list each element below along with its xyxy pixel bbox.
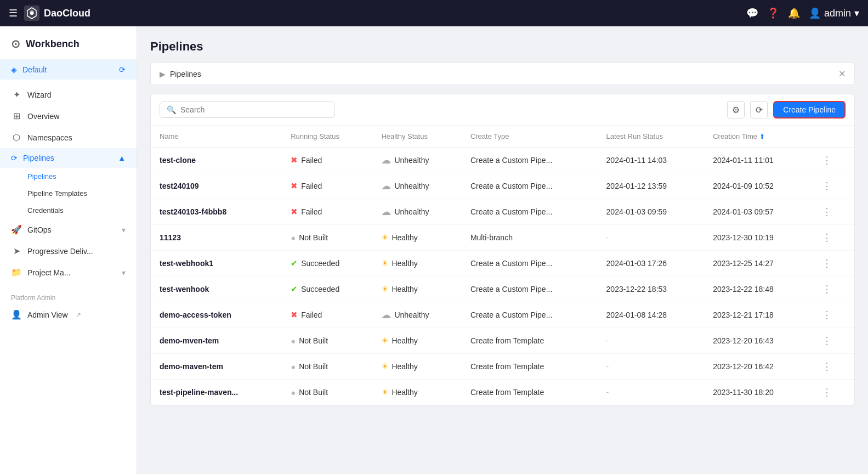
sidebar-item-project[interactable]: 📁 Project Ma... ▾ (0, 262, 137, 283)
unhealthy-icon: ☁ (381, 206, 391, 218)
toolbar-actions: ⚙ ⟳ Create Pipeline (727, 101, 846, 119)
pipelines-parent-left: ⟳ Pipelines (11, 154, 54, 162)
wizard-icon: ✦ (11, 89, 22, 100)
health-status-label: Healthy (392, 233, 417, 242)
creation-time-cell: 2023-12-20 16:43 (704, 328, 811, 354)
sidebar-item-default[interactable]: ◈ Default ⟳ (0, 60, 137, 80)
pipeline-name[interactable]: test-webhook1 (160, 259, 213, 268)
settings-icon-btn[interactable]: ⚙ (727, 101, 745, 119)
pipeline-name[interactable]: demo-maven-tem (160, 362, 223, 371)
overview-icon: ⊞ (11, 111, 22, 121)
pipeline-name[interactable]: test240109 (160, 182, 199, 190)
sidebar: ⊙ Workbench ◈ Default ⟳ ✦ Wizard ⊞ Overv… (0, 26, 137, 474)
col-name: Name (151, 126, 282, 148)
main-layout: ⊙ Workbench ◈ Default ⟳ ✦ Wizard ⊞ Overv… (0, 26, 868, 474)
running-status-badge: ✔ Succeeded (291, 258, 364, 268)
succeeded-icon: ✔ (291, 258, 298, 268)
health-status-badge: ☀ Healthy (381, 387, 453, 397)
header-left: ☰ DaoCloud (9, 5, 90, 21)
sidebar-item-gitops[interactable]: 🚀 GitOps ▾ (0, 219, 137, 240)
no-latest-run: - (606, 388, 609, 397)
health-status-label: Unhealthy (394, 156, 429, 165)
filter-bar-left: ▶ Pipelines (160, 70, 201, 78)
pipelines-table: Name Running Status Healthy Status Creat… (151, 126, 854, 405)
pipeline-name[interactable]: demo-mven-tem (160, 336, 219, 345)
gitops-label: GitOps (27, 225, 52, 234)
logo-area: DaoCloud (24, 5, 90, 21)
sidebar-sub-item-templates[interactable]: Pipeline Templates (0, 185, 137, 202)
running-status-badge: ● Not Built (291, 336, 364, 346)
pipelines-collapse-icon: ▲ (118, 154, 126, 162)
row-more-button[interactable]: ⋮ (820, 387, 834, 398)
project-label: Project Ma... (27, 268, 71, 277)
page-title: Pipelines (150, 40, 855, 54)
sidebar-item-overview[interactable]: ⊞ Overview (0, 105, 137, 127)
latest-run-cell: - (598, 380, 705, 405)
sidebar-item-pipelines[interactable]: ⟳ Pipelines ▲ (0, 148, 137, 168)
health-status-label: Healthy (392, 362, 417, 371)
filter-close-icon[interactable]: ✕ (838, 69, 846, 79)
pipeline-name[interactable]: test-clone (160, 156, 196, 165)
hamburger-icon[interactable]: ☰ (9, 7, 18, 19)
sidebar-item-namespaces[interactable]: ⬡ Namespaces (0, 127, 137, 148)
sort-icon[interactable]: ⬆ (759, 133, 765, 140)
latest-run-cell: - (598, 225, 705, 251)
row-more-button[interactable]: ⋮ (820, 232, 834, 243)
help-icon[interactable]: ❓ (767, 7, 779, 19)
running-status-badge: ✖ Failed (291, 207, 364, 217)
running-status-label: Failed (301, 156, 322, 165)
health-status-label: Healthy (392, 336, 417, 345)
sidebar-sub-item-pipelines[interactable]: Pipelines (0, 168, 137, 185)
creation-time-cell: 2023-12-22 18:48 (704, 276, 811, 302)
pipeline-name[interactable]: test-pipeline-maven... (160, 388, 238, 397)
create-pipeline-button[interactable]: Create Pipeline (773, 101, 846, 119)
col-creation-time: Creation Time ⬆ (704, 126, 811, 148)
running-status-badge: ✖ Failed (291, 310, 364, 320)
row-more-button[interactable]: ⋮ (820, 284, 834, 295)
sidebar-item-progressive[interactable]: ➤ Progressive Deliv... (0, 240, 137, 262)
row-more-button[interactable]: ⋮ (820, 335, 834, 346)
pipeline-name[interactable]: test240103-f4bbb8 (160, 207, 226, 216)
healthy-icon: ☀ (381, 362, 388, 371)
table-row: test-webhook1 ✔ Succeeded ☀ Healthy Crea… (151, 251, 854, 276)
table-row: test240103-f4bbb8 ✖ Failed ☁ Unhealthy C… (151, 199, 854, 225)
table-header: Name Running Status Healthy Status Creat… (151, 126, 854, 148)
running-status-label: Failed (301, 182, 322, 190)
health-status-label: Healthy (392, 388, 417, 397)
sidebar-item-admin-view[interactable]: 👤 Admin View ↗ (0, 304, 137, 325)
row-more-button[interactable]: ⋮ (820, 361, 834, 372)
progressive-icon: ➤ (11, 246, 22, 256)
latest-run-cell: 2024-01-11 14:03 (598, 148, 705, 173)
message-icon[interactable]: 💬 (746, 7, 758, 19)
search-input-container[interactable]: 🔍 (160, 101, 335, 118)
col-healthy-status: Healthy Status (372, 126, 462, 148)
latest-run-value: 2024-01-11 14:03 (606, 156, 667, 165)
not-built-icon: ● (291, 388, 296, 397)
row-more-button[interactable]: ⋮ (820, 180, 834, 191)
row-more-button[interactable]: ⋮ (820, 258, 834, 269)
admin-area[interactable]: 👤 admin ▾ (809, 7, 859, 19)
sidebar-item-wizard[interactable]: ✦ Wizard (0, 84, 137, 105)
pipeline-name[interactable]: demo-access-token (160, 311, 231, 319)
sidebar-sub-item-credentials[interactable]: Credentials (0, 202, 137, 219)
pipeline-name[interactable]: 11123 (160, 233, 181, 242)
table-toolbar: 🔍 ⚙ ⟳ Create Pipeline (151, 94, 854, 126)
pipelines-label: Pipelines (23, 154, 54, 162)
latest-run-cell: - (598, 328, 705, 354)
running-status-label: Failed (301, 207, 322, 216)
external-link-icon: ↗ (76, 311, 81, 319)
healthy-icon: ☀ (381, 284, 388, 294)
refresh-icon-btn[interactable]: ⟳ (750, 101, 768, 119)
latest-run-cell: 2024-01-08 14:28 (598, 302, 705, 328)
notification-icon[interactable]: 🔔 (788, 7, 800, 19)
health-status-label: Unhealthy (394, 207, 429, 216)
running-status-label: Not Built (299, 336, 328, 345)
refresh-icon[interactable]: ⟳ (119, 65, 126, 74)
row-more-button[interactable]: ⋮ (820, 206, 834, 217)
pipeline-name[interactable]: test-wenhook (160, 285, 209, 294)
search-field[interactable] (180, 105, 328, 114)
running-status-badge: ● Not Built (291, 362, 364, 371)
row-more-button[interactable]: ⋮ (820, 309, 834, 320)
table-row: 11123 ● Not Built ☀ Healthy Multi-branch… (151, 225, 854, 251)
row-more-button[interactable]: ⋮ (820, 155, 834, 166)
